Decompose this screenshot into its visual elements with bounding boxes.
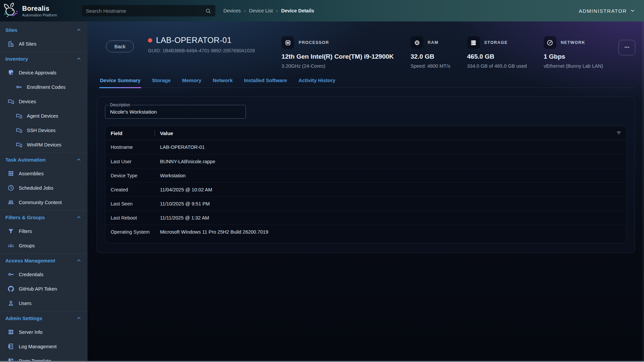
device-name: LAB-OPERATOR-01 (156, 36, 231, 45)
column-header-value: Value (155, 130, 621, 136)
table-row-device-type: Device TypeWorkstation (105, 168, 626, 182)
sidebar-item-enrollment-codes[interactable]: Enrollment Codes (0, 80, 88, 94)
tab-device-summary[interactable]: Device Summary (99, 77, 141, 87)
search-icon[interactable] (205, 8, 211, 14)
key-icon (15, 83, 22, 90)
tab-storage[interactable]: Storage (151, 77, 171, 87)
sidebar-item-label: SSH Devices (27, 128, 55, 133)
chevron-up-icon (76, 315, 82, 321)
log-icon (7, 343, 14, 350)
sidebar-section-access-management: Access ManagementCredentialsGitHub API T… (0, 254, 88, 311)
ellipsis-icon (624, 44, 630, 51)
cell-value: Microsoft Windows 11 Pro 25H2 Build 2620… (155, 229, 621, 235)
sidebar-section-header-inventory[interactable]: Inventory (0, 52, 88, 65)
groups-icon (7, 242, 14, 249)
sidebar-item-label: WinRM Devices (27, 142, 61, 147)
sidebar-section-header-admin-settings[interactable]: Admin Settings (0, 311, 88, 325)
cell-value: LAB-OPERATOR-01 (155, 144, 621, 150)
sidebar-item-all-sites[interactable]: All Sites (0, 37, 88, 51)
sidebar-item-github-api-token[interactable]: GitHub API Token (0, 282, 88, 296)
sidebar-item-scheduled-jobs[interactable]: Scheduled Jobs (0, 181, 88, 195)
tab-memory[interactable]: Memory (181, 77, 202, 87)
cell-field: Created (111, 187, 155, 192)
sidebar-item-label: Assemblies (19, 171, 44, 176)
table-row-last-user: Last UserBUNNY-LAB\nicole.rappe (105, 154, 626, 168)
sidebar-item-server-info[interactable]: Server Info (0, 325, 88, 339)
stat-network: NETWORK1 GbpsvEthernet (Bunny Lab LAN) (544, 36, 603, 69)
sidebar-item-assemblies[interactable]: Assemblies (0, 166, 88, 181)
tab-installed-software[interactable]: Installed Software (243, 77, 287, 87)
cell-value: 11/04/2025 @ 10:02 AM (155, 187, 621, 192)
cell-value: BUNNY-LAB\nicole.rappe (155, 159, 621, 164)
chevron-up-icon (76, 56, 82, 61)
stat-subtext: 334.0 GB of 465.0 GB used (467, 63, 527, 69)
sidebar-item-community-content[interactable]: Community Content (0, 195, 88, 209)
page-scrollbar[interactable] (642, 21, 644, 361)
section-label: Inventory (5, 56, 28, 62)
table-row-created: Created11/04/2025 @ 10:02 AM (105, 182, 626, 196)
section-label: Task Automation (5, 157, 46, 163)
stat-label: RAM (428, 40, 438, 45)
sidebar-item-groups[interactable]: Groups (0, 238, 88, 253)
devices-icon (15, 127, 22, 134)
brand-subtitle: Automation Platform (22, 13, 57, 17)
table-row-operating-system: Operating SystemMicrosoft Windows 11 Pro… (105, 225, 626, 239)
sidebar-item-label: Log Management (19, 344, 57, 349)
stat-subtext: vEthernet (Bunny Lab LAN) (544, 63, 603, 69)
column-header-field: Field (111, 130, 155, 136)
sidebar-section-filters-groups: Filters & GroupsFiltersGroups (0, 210, 88, 254)
top-bar: Borealis Automation Platform Devices›Dev… (0, 0, 644, 21)
sidebar-section-header-task-automation[interactable]: Task Automation (0, 153, 88, 166)
device-status-dot (148, 38, 152, 43)
breadcrumb-devices[interactable]: Devices (223, 8, 241, 13)
back-button[interactable]: Back (106, 41, 134, 52)
sidebar-item-label: Scheduled Jobs (19, 185, 53, 191)
sidebar-item-device-approvals[interactable]: Device Approvals (0, 65, 88, 80)
table-row-last-seen: Last Seen11/10/2025 @ 9:51 PM (105, 196, 626, 210)
breadcrumb-device-list[interactable]: Device List (249, 8, 273, 13)
sidebar-item-page-template[interactable]: Page Template (0, 354, 88, 361)
sidebar-item-label: Server Info (19, 329, 43, 335)
description-field-label: Description (108, 103, 132, 107)
device-header: Back LAB-OPERATOR-01 GUID: 1B4B386B-649A… (88, 21, 644, 69)
rabbit-logo-icon (3, 3, 19, 19)
sidebar-item-log-management[interactable]: Log Management (0, 339, 88, 354)
table-row-last-reboot: Last Reboot11/11/2025 @ 1:32 AM (105, 210, 626, 225)
stat-label: STORAGE (484, 40, 508, 45)
main-content: Back LAB-OPERATOR-01 GUID: 1B4B386B-649A… (88, 21, 644, 361)
sidebar-section-header-filters-groups[interactable]: Filters & Groups (0, 210, 88, 224)
sidebar-item-label: Users (19, 301, 32, 306)
sidebar-item-filters[interactable]: Filters (0, 224, 88, 238)
ram-chip-icon (411, 36, 423, 49)
chevron-up-icon (76, 157, 82, 162)
sidebar-item-label: Enrollment Codes (27, 84, 65, 90)
summary-table: Field Value HostnameLAB-OPERATOR-01Last … (105, 126, 627, 243)
sidebar-section-admin-settings: Admin SettingsServer InfoLog ManagementP… (0, 311, 88, 361)
sidebar-item-label: All Sites (19, 41, 36, 47)
clock-icon (7, 184, 14, 191)
tab-activity-history[interactable]: Activity History (298, 77, 336, 87)
sidebar-item-winrm-devices[interactable]: WinRM Devices (0, 137, 88, 152)
devices-icon (7, 98, 14, 105)
cell-value: 11/10/2025 @ 9:51 PM (155, 201, 621, 206)
sidebar-section-header-sites[interactable]: Sites (0, 23, 88, 37)
sidebar-item-label: Agent Devices (27, 113, 58, 119)
more-actions-button[interactable] (619, 40, 635, 55)
section-label: Admin Settings (5, 315, 42, 321)
chevron-up-icon (76, 258, 82, 263)
cell-field: Operating System (111, 229, 155, 235)
building-icon (7, 40, 14, 47)
tab-network[interactable]: Network (212, 77, 233, 87)
sidebar-item-devices[interactable]: Devices (0, 94, 88, 109)
sidebar-item-agent-devices[interactable]: Agent Devices (0, 109, 88, 123)
sidebar-section-inventory: InventoryDevice ApprovalsEnrollment Code… (0, 52, 88, 153)
sidebar-item-ssh-devices[interactable]: SSH Devices (0, 123, 88, 137)
sidebar-item-credentials[interactable]: Credentials (0, 267, 88, 282)
user-menu[interactable]: ADMINISTRATOR (579, 8, 635, 14)
sidebar-section-header-access-management[interactable]: Access Management (0, 254, 88, 267)
search-input[interactable] (86, 8, 205, 14)
table-filter-button[interactable] (615, 130, 622, 136)
people-icon (7, 199, 14, 206)
description-field: Description (105, 105, 246, 119)
sidebar-item-users[interactable]: Users (0, 296, 88, 310)
